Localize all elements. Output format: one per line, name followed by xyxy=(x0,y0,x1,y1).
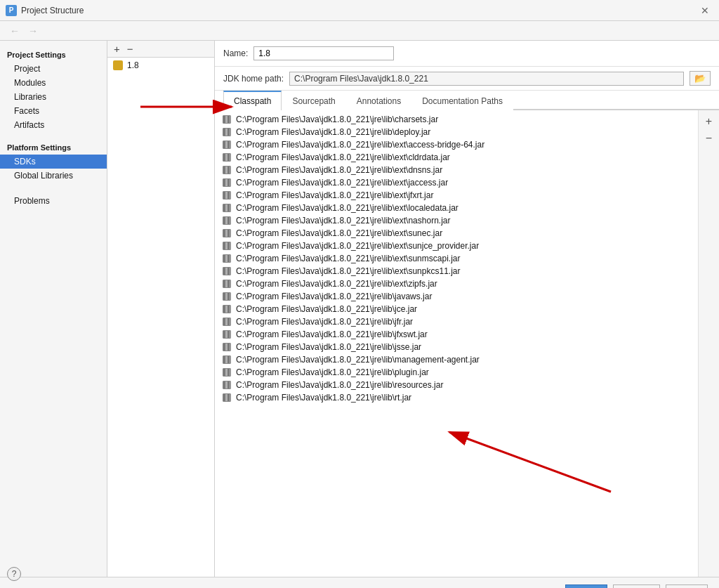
jar-icon xyxy=(222,241,232,251)
jar-icon xyxy=(222,254,232,263)
jar-icon xyxy=(222,165,232,175)
jar-icon xyxy=(222,140,232,150)
jar-icon xyxy=(222,203,232,213)
jar-icon xyxy=(222,304,232,314)
classpath-item[interactable]: C:\Program Files\Java\jdk1.8.0_221\jre\l… xyxy=(215,189,698,202)
classpath-item[interactable]: C:\Program Files\Java\jdk1.8.0_221\jre\l… xyxy=(215,252,698,265)
classpath-item[interactable]: C:\Program Files\Java\jdk1.8.0_221\jre\l… xyxy=(215,164,698,176)
classpath-item[interactable]: C:\Program Files\Java\jdk1.8.0_221\jre\l… xyxy=(215,113,698,126)
classpath-item[interactable]: C:\Program Files\Java\jdk1.8.0_221\jre\l… xyxy=(215,227,698,240)
sidebar-item-global-libraries[interactable]: Global Libraries xyxy=(0,169,107,183)
name-label: Name: xyxy=(223,48,248,58)
tab-documentation-paths[interactable]: Documentation Paths xyxy=(411,91,513,110)
sidebar: Project Settings Project Modules Librari… xyxy=(0,41,107,577)
classpath-item[interactable]: C:\Program Files\Java\jdk1.8.0_221\jre\l… xyxy=(215,202,698,214)
close-button[interactable]: ✕ xyxy=(697,4,713,18)
classpath-remove-button[interactable]: − xyxy=(701,130,716,147)
apply-button[interactable]: Apply xyxy=(666,584,708,589)
classpath-item[interactable]: C:\Program Files\Java\jdk1.8.0_221\jre\l… xyxy=(215,277,698,290)
sidebar-item-libraries[interactable]: Libraries xyxy=(0,90,107,104)
classpath-item[interactable]: C:\Program Files\Java\jdk1.8.0_221\jre\l… xyxy=(215,303,698,315)
jar-icon xyxy=(222,380,232,390)
jar-icon xyxy=(222,266,232,276)
classpath-item[interactable]: C:\Program Files\Java\jdk1.8.0_221\jre\l… xyxy=(215,353,698,366)
classpath-item[interactable]: C:\Program Files\Java\jdk1.8.0_221\jre\l… xyxy=(215,265,698,277)
folder-icon: 📂 xyxy=(694,73,706,84)
jdk-row: JDK home path: 📂 xyxy=(215,67,719,91)
classpath-item[interactable]: C:\Program Files\Java\jdk1.8.0_221\jre\l… xyxy=(215,328,698,341)
classpath-item[interactable]: C:\Program Files\Java\jdk1.8.0_221\jre\l… xyxy=(215,341,698,353)
classpath-item[interactable]: C:\Program Files\Java\jdk1.8.0_221\jre\l… xyxy=(215,379,698,391)
name-input[interactable] xyxy=(253,46,394,60)
sidebar-item-sdks[interactable]: SDKs xyxy=(0,155,107,169)
bottom-bar: OK Cancel Apply xyxy=(0,577,719,588)
tabs-row: Classpath Sourcepath Annotations Documen… xyxy=(215,91,719,110)
sidebar-item-modules[interactable]: Modules xyxy=(0,76,107,90)
sidebar-item-project[interactable]: Project xyxy=(0,62,107,76)
sdk-list-panel: + − 1.8 xyxy=(107,41,215,577)
app-icon: P xyxy=(6,5,17,16)
name-row: Name: xyxy=(215,41,719,67)
title-bar: P Project Structure ✕ xyxy=(0,0,719,21)
jar-icon xyxy=(222,367,232,377)
jar-icon xyxy=(222,228,232,238)
classpath-item[interactable]: C:\Program Files\Java\jdk1.8.0_221\jre\l… xyxy=(215,214,698,227)
project-settings-heading: Project Settings xyxy=(0,46,107,62)
classpath-item[interactable]: C:\Program Files\Java\jdk1.8.0_221\jre\l… xyxy=(215,151,698,164)
sdk-entry-label: 1.8 xyxy=(127,60,139,70)
sdk-add-button[interactable]: + xyxy=(112,44,122,54)
jar-icon xyxy=(222,190,232,200)
jar-icon xyxy=(222,393,232,403)
jdk-folder-button[interactable]: 📂 xyxy=(690,71,711,86)
classpath-area: C:\Program Files\Java\jdk1.8.0_221\jre\l… xyxy=(215,110,719,577)
jar-icon xyxy=(222,292,232,301)
jar-icon xyxy=(222,355,232,365)
ok-button[interactable]: OK xyxy=(565,584,607,589)
content-area: + − 1.8 Name: JDK home path: xyxy=(107,41,719,577)
sdk-list-toolbar: + − xyxy=(107,41,214,58)
forward-button[interactable]: → xyxy=(25,25,41,37)
classpath-item[interactable]: C:\Program Files\Java\jdk1.8.0_221\jre\l… xyxy=(215,138,698,151)
classpath-item[interactable]: C:\Program Files\Java\jdk1.8.0_221\jre\l… xyxy=(215,290,698,303)
classpath-list: C:\Program Files\Java\jdk1.8.0_221\jre\l… xyxy=(215,110,698,577)
tab-sourcepath[interactable]: Sourcepath xyxy=(282,91,345,110)
classpath-item[interactable]: C:\Program Files\Java\jdk1.8.0_221\jre\l… xyxy=(215,366,698,379)
sdk-remove-button[interactable]: − xyxy=(125,44,136,54)
jar-icon xyxy=(222,342,232,352)
jar-icon xyxy=(222,152,232,162)
jar-icon xyxy=(222,317,232,327)
classpath-item[interactable]: C:\Program Files\Java\jdk1.8.0_221\jre\l… xyxy=(215,126,698,138)
jar-icon xyxy=(222,115,232,124)
classpath-item[interactable]: C:\Program Files\Java\jdk1.8.0_221\jre\l… xyxy=(215,176,698,189)
classpath-add-button[interactable]: + xyxy=(701,113,716,130)
tab-classpath[interactable]: Classpath xyxy=(223,91,282,110)
sidebar-item-facets[interactable]: Facets xyxy=(0,104,107,118)
classpath-item[interactable]: C:\Program Files\Java\jdk1.8.0_221\jre\l… xyxy=(215,391,698,404)
jdk-label: JDK home path: xyxy=(223,74,284,84)
back-button[interactable]: ← xyxy=(7,25,22,37)
jdk-path-input[interactable] xyxy=(289,72,684,86)
jar-icon xyxy=(222,329,232,339)
sidebar-item-artifacts[interactable]: Artifacts xyxy=(0,118,107,132)
side-actions: + − xyxy=(698,110,719,577)
jar-icon xyxy=(222,216,232,226)
platform-settings-heading: Platform Settings xyxy=(0,139,107,155)
sdk-entry-icon xyxy=(113,60,123,70)
jar-icon xyxy=(222,178,232,188)
title-bar-left: P Project Structure xyxy=(6,5,84,16)
sidebar-item-problems[interactable]: Problems xyxy=(0,194,107,208)
tab-annotations[interactable]: Annotations xyxy=(346,91,411,110)
classpath-item[interactable]: C:\Program Files\Java\jdk1.8.0_221\jre\l… xyxy=(215,240,698,252)
cancel-button[interactable]: Cancel xyxy=(613,584,660,589)
window-title: Project Structure xyxy=(21,6,84,15)
jar-icon xyxy=(222,279,232,289)
classpath-item[interactable]: C:\Program Files\Java\jdk1.8.0_221\jre\l… xyxy=(215,315,698,328)
nav-bar: ← → xyxy=(0,21,719,41)
main-layout: Project Settings Project Modules Librari… xyxy=(0,41,719,577)
jar-icon xyxy=(222,127,232,137)
help-icon[interactable]: ? xyxy=(7,567,21,581)
right-panel: Name: JDK home path: 📂 Classpath xyxy=(215,41,719,577)
sdk-entry-1.8[interactable]: 1.8 xyxy=(107,58,214,73)
